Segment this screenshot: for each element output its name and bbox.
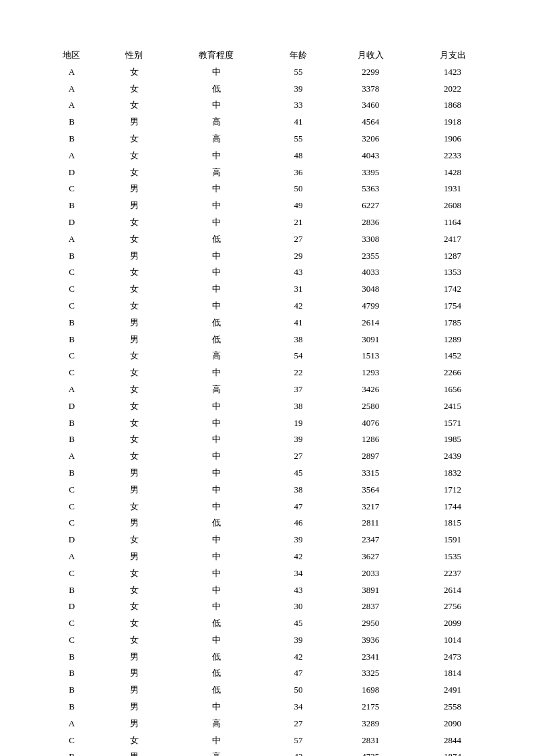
table-row: C女中3939361014 — [40, 632, 494, 649]
table-cell: C — [40, 515, 103, 532]
table-cell: B — [40, 131, 103, 148]
table-cell: A — [40, 448, 103, 465]
table-cell: 中 — [166, 181, 267, 197]
table-cell: C — [40, 632, 103, 649]
table-row: B男中4533151832 — [40, 465, 494, 482]
table-cell: 27 — [267, 231, 329, 248]
table-cell: 女 — [103, 365, 166, 381]
table-cell: 1754 — [411, 298, 494, 315]
table-cell: 42 — [267, 548, 329, 565]
table-cell: 低 — [166, 231, 267, 248]
table-row: C女中2212932266 — [40, 365, 494, 381]
table-cell: 1832 — [411, 465, 494, 482]
table-cell: 男 — [103, 181, 166, 197]
table-cell: 22 — [267, 365, 329, 381]
table-cell: 高 — [166, 749, 267, 756]
table-cell: 4043 — [329, 148, 411, 164]
table-cell: C — [40, 365, 103, 381]
table-cell: 36 — [267, 164, 329, 181]
table-cell: 1513 — [329, 348, 411, 365]
table-cell: 2355 — [329, 248, 411, 265]
table-cell: 2844 — [411, 732, 494, 749]
table-cell: C — [40, 348, 103, 365]
table-cell: 2439 — [411, 448, 494, 465]
data-table: 地区性别教育程度年龄月收入月支出 A女中5522991423A女低3933782… — [40, 47, 494, 756]
table-cell: 女 — [103, 348, 166, 365]
table-cell: 3289 — [329, 716, 411, 732]
table-cell: B — [40, 332, 103, 348]
table-cell: 57 — [267, 732, 329, 749]
table-cell: 1535 — [411, 548, 494, 565]
table-cell: 1906 — [411, 131, 494, 148]
table-cell: 4033 — [329, 264, 411, 281]
table-cell: 中 — [166, 532, 267, 548]
table-cell: 39 — [267, 632, 329, 649]
table-cell: 1591 — [411, 532, 494, 548]
table-cell: 1931 — [411, 181, 494, 197]
column-header: 年龄 — [267, 47, 329, 64]
table-cell: 1286 — [329, 431, 411, 448]
table-cell: 女 — [103, 431, 166, 448]
table-cell: 2233 — [411, 148, 494, 164]
table-cell: 女 — [103, 532, 166, 548]
column-header: 地区 — [40, 47, 103, 64]
table-cell: 1423 — [411, 64, 494, 81]
table-cell: D — [40, 214, 103, 231]
table-row: B男低4223412473 — [40, 649, 494, 666]
table-cell: 3564 — [329, 482, 411, 499]
table-cell: 42 — [267, 749, 329, 756]
table-cell: 42 — [267, 298, 329, 315]
table-cell: 2608 — [411, 197, 494, 214]
table-cell: 中 — [166, 732, 267, 749]
table-cell: 45 — [267, 465, 329, 482]
table-cell: 47 — [267, 499, 329, 515]
table-cell: C — [40, 499, 103, 515]
table-cell: A — [40, 716, 103, 732]
table-cell: 3936 — [329, 632, 411, 649]
table-cell: 2558 — [411, 699, 494, 716]
table-cell: 2836 — [329, 214, 411, 231]
table-cell: 3426 — [329, 381, 411, 398]
table-cell: B — [40, 114, 103, 131]
table-cell: 2491 — [411, 682, 494, 699]
table-row: B男中2923551287 — [40, 248, 494, 265]
column-header: 教育程度 — [166, 47, 267, 64]
table-cell: 男 — [103, 315, 166, 332]
table-cell: 2090 — [411, 716, 494, 732]
table-cell: 34 — [267, 565, 329, 582]
table-cell: 女 — [103, 214, 166, 231]
table-cell: 中 — [166, 582, 267, 599]
table-row: C男低4628111815 — [40, 515, 494, 532]
table-row: C男中3835641712 — [40, 482, 494, 499]
table-cell: A — [40, 381, 103, 398]
table-cell: 21 — [267, 214, 329, 231]
table-cell: 3315 — [329, 465, 411, 482]
table-cell: D — [40, 598, 103, 615]
table-cell: 3217 — [329, 499, 411, 515]
table-cell: 中 — [166, 499, 267, 515]
table-cell: 男 — [103, 682, 166, 699]
table-cell: 2175 — [329, 699, 411, 716]
table-cell: 中 — [166, 398, 267, 415]
table-cell: 2341 — [329, 649, 411, 666]
table-cell: 低 — [166, 665, 267, 682]
table-row: C女中3130481742 — [40, 281, 494, 298]
table-cell: 中 — [166, 632, 267, 649]
column-header: 月收入 — [329, 47, 411, 64]
table-cell: 4076 — [329, 415, 411, 432]
table-cell: 女 — [103, 565, 166, 582]
table-cell: C — [40, 281, 103, 298]
column-header: 性别 — [103, 47, 166, 64]
table-cell: 中 — [166, 281, 267, 298]
table-cell: 女 — [103, 264, 166, 281]
table-cell: 46 — [267, 515, 329, 532]
table-cell: 6227 — [329, 197, 411, 214]
table-cell: 2831 — [329, 732, 411, 749]
table-header-row: 地区性别教育程度年龄月收入月支出 — [40, 47, 494, 64]
table-cell: 3378 — [329, 81, 411, 98]
table-cell: 1656 — [411, 381, 494, 398]
table-cell: 33 — [267, 97, 329, 114]
table-cell: 43 — [267, 264, 329, 281]
table-cell: 39 — [267, 81, 329, 98]
table-cell: 38 — [267, 332, 329, 348]
